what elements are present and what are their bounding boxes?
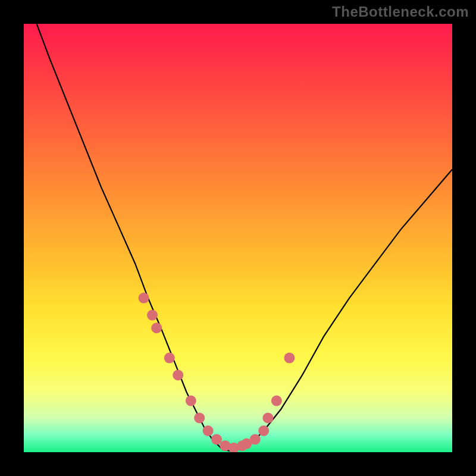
watermark-text: TheBottleneck.com — [332, 4, 469, 20]
highlight-dot — [139, 293, 149, 303]
highlight-dot — [194, 412, 205, 423]
highlight-dot — [284, 353, 295, 364]
highlight-dot — [258, 425, 269, 436]
highlight-dot — [262, 412, 273, 423]
highlight-dot — [271, 396, 282, 406]
highlight-dot — [151, 322, 162, 333]
highlight-dot — [147, 310, 158, 321]
highlight-dot — [164, 353, 175, 364]
highlight-dot — [186, 396, 196, 406]
highlight-dot — [250, 434, 261, 444]
highlight-dot — [211, 434, 222, 444]
highlight-dot — [173, 369, 183, 380]
bottleneck-curve-path — [37, 24, 452, 451]
chart-frame: TheBottleneck.com — [0, 0, 476, 476]
plot-area — [24, 24, 452, 452]
bottleneck-curve-svg — [24, 24, 452, 452]
highlight-dots-group — [139, 293, 295, 452]
highlight-dot — [203, 425, 214, 436]
